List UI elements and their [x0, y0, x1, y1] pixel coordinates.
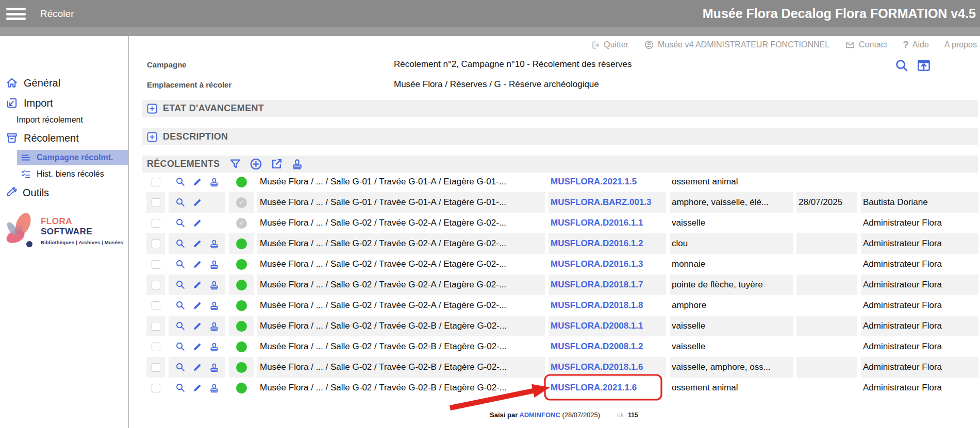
stamp-icon[interactable] [290, 157, 304, 171]
sidebar-item-outils[interactable]: Outils [5, 186, 49, 199]
sidebar-item-hist-biens-recoles[interactable]: Hist. biens récolés [20, 168, 104, 180]
row-edit-icon[interactable] [192, 197, 203, 208]
user-links-bar: Quitter Musée v4 ADMINISTRATEUR FONCTION… [590, 39, 977, 50]
sidebar-item-label: Hist. biens récolés [37, 169, 104, 179]
record-user-link[interactable]: ADMINFONC [519, 411, 560, 419]
current-user-link[interactable]: Musée v4 ADMINISTRATEUR FONCTIONNEL [644, 40, 829, 50]
export-icon[interactable] [270, 157, 284, 171]
row-checkbox[interactable] [152, 322, 160, 331]
row-checkbox[interactable] [152, 343, 160, 351]
row-edit-icon[interactable] [192, 280, 203, 290]
location-label: Emplacement à récoler [147, 80, 231, 89]
object-id-link[interactable]: MUSFLORA.D2018.1.8 [551, 300, 643, 310]
sidebar-item-general[interactable]: Général [5, 76, 60, 90]
row-designation: ossement animal [670, 172, 793, 192]
sidebar-item-recolement[interactable]: Récolement [5, 131, 79, 145]
row-edit-icon[interactable] [192, 383, 203, 393]
window-export-icon[interactable] [916, 58, 932, 73]
row-checkbox[interactable] [152, 178, 160, 186]
menu-hamburger-icon[interactable] [6, 8, 26, 20]
section-etat-avancement[interactable]: ETAT D'AVANCEMENT [142, 100, 978, 117]
location-value: Musée Flora / Réserves / G - Réserve arc… [394, 79, 599, 90]
logout-icon [590, 40, 600, 50]
row-view-icon[interactable] [175, 238, 186, 249]
row-date [796, 295, 857, 316]
help-link[interactable]: ? Aide [903, 39, 929, 50]
row-view-icon[interactable] [175, 259, 186, 270]
row-location: Musée Flora / ... / Salle G-02 / Travée … [257, 213, 545, 233]
row-checkbox[interactable] [152, 239, 160, 248]
row-checkbox[interactable] [152, 281, 160, 289]
object-id-link[interactable]: MUSFLORA.D2016.1.1 [551, 218, 643, 228]
quit-link[interactable]: Quitter [590, 40, 628, 50]
object-id-link[interactable]: MUSFLORA.D2016.1.3 [551, 259, 643, 269]
sidebar-item-import[interactable]: Import [5, 96, 53, 110]
row-checkbox[interactable] [152, 219, 160, 228]
row-checkbox[interactable] [152, 260, 160, 269]
row-edit-icon[interactable] [192, 341, 203, 352]
row-view-icon[interactable] [175, 176, 186, 187]
expand-plus-icon[interactable] [147, 104, 157, 114]
row-view-icon[interactable] [175, 217, 186, 229]
row-stamp-icon[interactable] [208, 341, 220, 353]
about-link[interactable]: A propos [944, 40, 977, 49]
row-date [796, 316, 857, 336]
row-view-icon[interactable] [175, 382, 186, 393]
row-view-icon[interactable] [175, 341, 186, 352]
recolement-table: Musée Flora / ... / Salle G-01 / Travée … [146, 172, 978, 398]
row-stamp-icon[interactable] [208, 300, 220, 312]
row-stamp-icon[interactable] [208, 279, 220, 291]
row-edit-icon[interactable] [192, 300, 203, 311]
top-bar: Récoler Musée Flora Decalog Flora FORMAT… [0, 0, 980, 27]
row-date [796, 275, 857, 295]
table-row: Musée Flora / ... / Salle G-02 / Travée … [146, 295, 978, 316]
table-row: ✓ Musée Flora / ... / Salle G-02 / Travé… [146, 213, 978, 233]
status-indicator: ✓ [236, 218, 247, 229]
row-edit-icon[interactable] [192, 362, 203, 373]
row-checkbox[interactable] [152, 198, 160, 207]
row-view-icon[interactable] [175, 197, 186, 208]
row-view-icon[interactable] [175, 300, 186, 311]
expand-plus-icon[interactable] [147, 132, 157, 142]
row-agent: Administrateur Flora [861, 275, 978, 295]
status-indicator [236, 341, 247, 352]
object-id-link[interactable]: MUSFLORA.D2016.1.2 [551, 238, 643, 248]
row-stamp-icon[interactable] [208, 176, 220, 188]
row-checkbox[interactable] [152, 363, 160, 372]
row-edit-icon[interactable] [192, 238, 203, 249]
row-designation: monnaie [670, 254, 793, 275]
row-edit-icon[interactable] [192, 259, 203, 270]
section-title: ETAT D'AVANCEMENT [163, 103, 264, 114]
object-id-link[interactable]: MUSFLORA.BARZ.001.3 [551, 197, 652, 207]
row-checkbox[interactable] [152, 301, 160, 310]
search-icon[interactable] [894, 58, 909, 73]
object-id-link[interactable]: MUSFLORA.D2018.1.6 [551, 362, 643, 372]
row-location: Musée Flora / ... / Salle G-02 / Travée … [257, 275, 545, 295]
object-id-link[interactable]: MUSFLORA.2021.1.6 [551, 383, 637, 392]
object-id-link[interactable]: MUSFLORA.D2018.1.7 [551, 280, 643, 289]
row-checkbox[interactable] [152, 384, 160, 392]
object-id-link[interactable]: MUSFLORA.D2008.1.2 [551, 341, 643, 351]
row-stamp-icon[interactable] [208, 238, 220, 250]
row-edit-icon[interactable] [192, 177, 203, 187]
row-edit-icon[interactable] [192, 321, 203, 332]
row-agent: Administrateur Flora [861, 357, 978, 378]
row-view-icon[interactable] [175, 279, 186, 290]
row-view-icon[interactable] [175, 320, 186, 332]
row-edit-icon[interactable] [192, 218, 203, 229]
sidebar-item-campagne-recolement[interactable]: Campagne récolmt. [17, 150, 128, 165]
row-view-icon[interactable] [175, 362, 186, 373]
object-id-link[interactable]: MUSFLORA.2021.1.5 [551, 177, 637, 186]
section-description[interactable]: DESCRIPTION [142, 128, 978, 145]
contact-link[interactable]: Contact [845, 40, 887, 50]
sidebar: Général Import Import récolement Récolem… [0, 36, 129, 428]
row-stamp-icon[interactable] [208, 382, 220, 394]
filter-icon[interactable] [228, 157, 242, 171]
row-stamp-icon[interactable] [208, 259, 220, 270]
sidebar-item-import-recolement[interactable]: Import récolement [16, 115, 83, 125]
row-stamp-icon[interactable] [208, 362, 220, 373]
object-id-link[interactable]: MUSFLORA.D2008.1.1 [551, 321, 643, 331]
table-row: Musée Flora / ... / Salle G-02 / Travée … [146, 378, 978, 398]
row-stamp-icon[interactable] [208, 320, 220, 332]
add-icon[interactable] [249, 157, 263, 171]
